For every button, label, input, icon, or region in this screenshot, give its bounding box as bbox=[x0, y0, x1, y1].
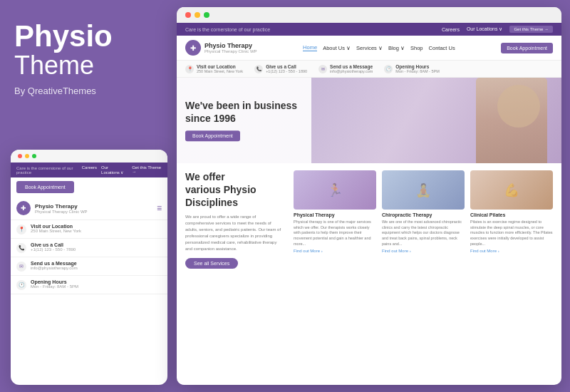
mobile-brand-sub: Physical Therapy Clinic WP bbox=[35, 210, 88, 214]
offer-heading: We offer various Physio Disciplines bbox=[185, 170, 285, 210]
mobile-dot-red bbox=[18, 154, 22, 158]
menu-contact[interactable]: Contact Us bbox=[429, 45, 455, 51]
desktop-hero: We've been in business since 1996 Book A… bbox=[177, 78, 561, 163]
service-cards: 🏃 Physical Therapy Physical therapy is o… bbox=[294, 170, 553, 269]
brand-theme: Theme bbox=[14, 51, 164, 80]
offer-description: We are proud to offer a wide range of co… bbox=[185, 214, 285, 252]
desktop-call-value: +1(12) 123 - 550 - 1890 bbox=[266, 69, 307, 73]
desktop-top-nav: Care is the cornerstone of our practice … bbox=[177, 23, 561, 36]
menu-blog[interactable]: Blog ∨ bbox=[388, 45, 405, 51]
hero-background bbox=[311, 78, 561, 163]
mobile-dot-green bbox=[32, 154, 36, 158]
desktop-nav-locations[interactable]: Our Locations ∨ bbox=[467, 26, 503, 32]
physical-therapy-title: Physical Therapy bbox=[294, 212, 376, 217]
chiropractic-title: Chiropractic Therapy bbox=[382, 212, 465, 217]
brand-subtitle: By QreativeThemes bbox=[14, 86, 164, 96]
menu-about[interactable]: About Us ∨ bbox=[323, 45, 351, 51]
phone-icon: 📞 bbox=[16, 243, 26, 253]
mobile-location-value: 250 Main Street, New York bbox=[31, 229, 81, 233]
mobile-call-value: +1(12) 123 - 550 - 7890 bbox=[31, 247, 76, 252]
desktop-call-label: Give us a Call bbox=[266, 64, 307, 69]
desktop-dot-green bbox=[204, 12, 209, 18]
desktop-mockup: Care is the cornerstone of our practice … bbox=[177, 7, 561, 385]
mobile-info-hours: 🕐 Opening Hours Mon - Friday: 8AM - 5PM bbox=[11, 276, 167, 294]
clock-icon: 🕐 bbox=[16, 280, 26, 290]
desktop-tagline: Care is the cornerstone of our practice bbox=[185, 27, 270, 32]
mobile-brand-text: Physio Therapy Physical Therapy Clinic W… bbox=[35, 203, 88, 214]
mobile-call-label: Give us a Call bbox=[31, 242, 76, 247]
desktop-nav-careers[interactable]: Careers bbox=[442, 27, 460, 32]
desktop-message-value: info@physiotherapy.com bbox=[330, 69, 373, 73]
desktop-location-label: Visit our Location bbox=[197, 64, 243, 69]
mobile-brand: ✚ Physio Therapy Physical Therapy Clinic… bbox=[11, 197, 167, 220]
hero-text: We've been in business since 1996 Book A… bbox=[185, 99, 297, 141]
desktop-hours-value: Mon - Friday: 8AM - 5PM bbox=[395, 69, 439, 73]
desktop-info-call: 📞 Give us a Call +1(12) 123 - 550 - 1890 bbox=[254, 64, 307, 73]
physical-therapy-desc: Physical therapy is one of the major ser… bbox=[294, 220, 376, 247]
mobile-hamburger-icon[interactable]: ≡ bbox=[157, 203, 162, 213]
desktop-email-icon: ✉ bbox=[318, 65, 327, 73]
desktop-hours-label: Opening Hours bbox=[395, 64, 439, 69]
card-clinical-pilates: 💪 Clinical Pilates Pilates is an exercis… bbox=[470, 170, 553, 269]
desktop-brand-text: Physio Therapy Physical Therapy Clinic W… bbox=[204, 42, 257, 53]
desktop-message-label: Send us a Message bbox=[330, 64, 373, 69]
mobile-message-label: Send us a Message bbox=[31, 261, 78, 266]
mobile-location-label: Visit our Location bbox=[31, 224, 81, 229]
desktop-brand-sub: Physical Therapy Clinic WP bbox=[204, 49, 257, 53]
pilates-image: 💪 bbox=[470, 170, 553, 210]
hero-book-button[interactable]: Book Appointment bbox=[185, 131, 240, 142]
mobile-info-message: ✉ Send us a Message info@physiotherapy.c… bbox=[11, 257, 167, 276]
pilates-desc: Pilates is an exercise regime designed t… bbox=[470, 220, 553, 247]
desktop-content-section: We offer various Physio Disciplines We a… bbox=[177, 163, 561, 276]
mobile-brand-icon: ✚ bbox=[16, 201, 31, 215]
menu-services[interactable]: Services ∨ bbox=[356, 45, 383, 51]
mobile-nav-locations[interactable]: Our Locations ∨ bbox=[101, 165, 128, 175]
desktop-info-hours: 🕐 Opening Hours Mon - Friday: 8AM - 5PM bbox=[384, 64, 439, 73]
mobile-book-button[interactable]: Book Appointment bbox=[16, 181, 74, 193]
menu-shop[interactable]: Shop bbox=[410, 45, 423, 51]
mobile-tagline: Care is the cornerstone of our practice bbox=[16, 166, 82, 175]
hero-headline: We've been in business since 1996 bbox=[185, 99, 297, 125]
desktop-dot-yellow bbox=[195, 12, 200, 18]
mobile-nav-links: Careers Our Locations ∨ Get this Theme → bbox=[82, 165, 162, 175]
card-physical-therapy: 🏃 Physical Therapy Physical therapy is o… bbox=[294, 170, 376, 269]
desktop-book-button[interactable]: Book Appointment bbox=[501, 43, 553, 53]
mobile-nav-careers[interactable]: Careers bbox=[82, 165, 97, 175]
mobile-info-call: 📞 Give us a Call +1(12) 123 - 550 - 7890 bbox=[11, 239, 167, 257]
desktop-location-icon: 📍 bbox=[185, 65, 194, 73]
desktop-get-theme-btn[interactable]: Get this Theme → bbox=[509, 26, 553, 33]
desktop-window-controls bbox=[177, 7, 561, 23]
desktop-phone-icon: 📞 bbox=[254, 65, 263, 73]
offer-section: We offer various Physio Disciplines We a… bbox=[185, 170, 285, 269]
see-all-button[interactable]: See all Services bbox=[185, 258, 238, 269]
chiropractic-link[interactable]: Find out More › bbox=[382, 249, 465, 253]
pilates-link[interactable]: Find out More › bbox=[470, 249, 553, 253]
location-icon: 📍 bbox=[16, 225, 26, 234]
mobile-nav-theme[interactable]: Get this Theme → bbox=[132, 165, 162, 175]
physical-therapy-link[interactable]: Find out More › bbox=[294, 249, 376, 253]
pilates-title: Clinical Pilates bbox=[470, 212, 553, 217]
mobile-dot-yellow bbox=[25, 154, 29, 158]
email-icon: ✉ bbox=[16, 262, 26, 272]
mobile-brand-name: Physio Therapy bbox=[35, 203, 88, 210]
desktop-clock-icon: 🕐 bbox=[384, 65, 393, 73]
mobile-hours-label: Opening Hours bbox=[31, 279, 78, 284]
mobile-window-controls bbox=[11, 150, 167, 163]
menu-home[interactable]: Home bbox=[303, 44, 317, 51]
desktop-info-message: ✉ Send us a Message info@physiotherapy.c… bbox=[318, 64, 373, 73]
desktop-nav-right: Careers Our Locations ∨ Get this Theme → bbox=[442, 26, 553, 33]
brand-title: Physio Theme bbox=[14, 21, 164, 80]
desktop-brand-icon: ✚ bbox=[185, 40, 201, 56]
brand-physio: Physio bbox=[14, 21, 164, 51]
chiropractic-desc: We are one of the most advanced chiropra… bbox=[382, 220, 465, 247]
mobile-mockup: Care is the cornerstone of our practice … bbox=[11, 150, 167, 385]
mobile-hours-value: Mon - Friday: 8AM - 5PM bbox=[31, 284, 78, 289]
chiropractic-image: 🧘 bbox=[382, 170, 465, 210]
physical-therapy-image: 🏃 bbox=[294, 170, 376, 210]
desktop-info-bar: 📍 Visit our Location 250 Main Street, Ne… bbox=[177, 61, 561, 78]
mobile-message-value: info@physiotherapy.com bbox=[31, 266, 78, 270]
card-chiropractic-therapy: 🧘 Chiropractic Therapy We are one of the… bbox=[382, 170, 465, 269]
desktop-location-value: 250 Main Street, New York bbox=[197, 69, 243, 73]
desktop-nav-menu: Home About Us ∨ Services ∨ Blog ∨ Shop C… bbox=[303, 44, 455, 51]
desktop-brand-name: Physio Therapy bbox=[204, 42, 257, 49]
